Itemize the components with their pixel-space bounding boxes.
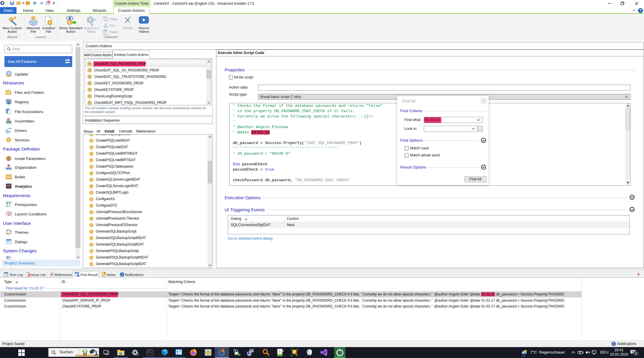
- svg-text:99: 99: [48, 1, 50, 3]
- svg-text:?: ?: [639, 9, 641, 13]
- svg-text:C:\_: C:\_: [147, 351, 153, 354]
